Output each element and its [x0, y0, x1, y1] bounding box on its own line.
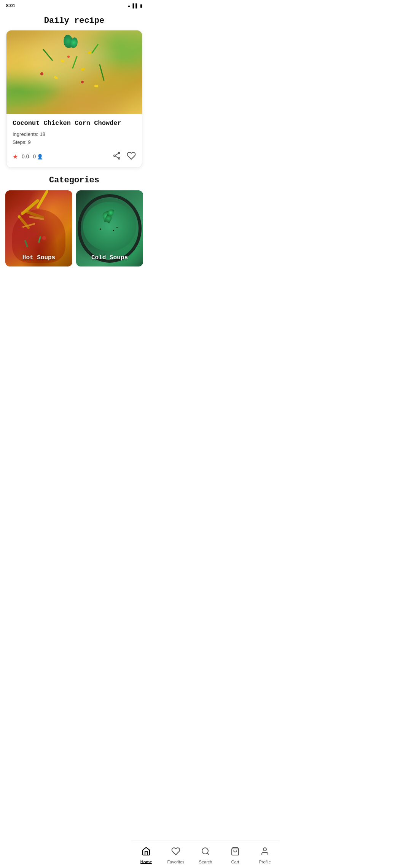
status-bar: 8:01 ▲ ▌▌ ▮	[0, 0, 148, 10]
recipe-image	[6, 30, 142, 114]
categories-grid: Hot Soups Cold Soups	[0, 190, 148, 266]
time: 8:01	[6, 3, 15, 8]
person-icon: 👤	[37, 154, 43, 160]
signal-icon: ▌▌	[132, 3, 139, 8]
svg-point-2	[118, 158, 120, 159]
cold-soups-label: Cold Soups	[76, 254, 143, 261]
svg-line-3	[115, 153, 118, 155]
wifi-icon: ▲	[127, 3, 131, 8]
hot-soups-label: Hot Soups	[5, 254, 72, 261]
svg-line-4	[115, 156, 118, 158]
daily-recipe-title: Daily recipe	[0, 16, 148, 26]
main-content: Daily recipe	[0, 16, 148, 297]
favorite-button[interactable]	[127, 151, 136, 162]
battery-icon: ▮	[140, 3, 142, 8]
svg-point-1	[114, 155, 115, 156]
review-count: 0 👤	[33, 153, 43, 160]
rating-value: 0.0	[22, 153, 29, 160]
recipe-info: Coconut Chicken Corn Chowder Ingredients…	[6, 114, 142, 168]
recipe-actions: ★ 0.0 0 👤	[13, 151, 136, 162]
recipe-title: Coconut Chicken Corn Chowder	[13, 120, 136, 127]
recipe-meta: Ingredients: 18 Steps: 9	[13, 131, 136, 147]
steps-label: Steps: 9	[13, 139, 136, 147]
categories-title: Categories	[0, 176, 148, 185]
review-number: 0	[33, 153, 36, 160]
chowder-illustration	[6, 30, 142, 114]
status-icons: ▲ ▌▌ ▮	[127, 3, 142, 8]
action-icons	[112, 151, 136, 162]
star-icon: ★	[13, 153, 18, 160]
share-button[interactable]	[112, 151, 121, 162]
ingredients-label: Ingredients: 18	[13, 131, 136, 139]
recipe-card[interactable]: Coconut Chicken Corn Chowder Ingredients…	[6, 30, 142, 168]
category-cold-soups[interactable]: Cold Soups	[76, 190, 143, 266]
svg-point-0	[118, 152, 120, 154]
category-hot-soups[interactable]: Hot Soups	[5, 190, 72, 266]
